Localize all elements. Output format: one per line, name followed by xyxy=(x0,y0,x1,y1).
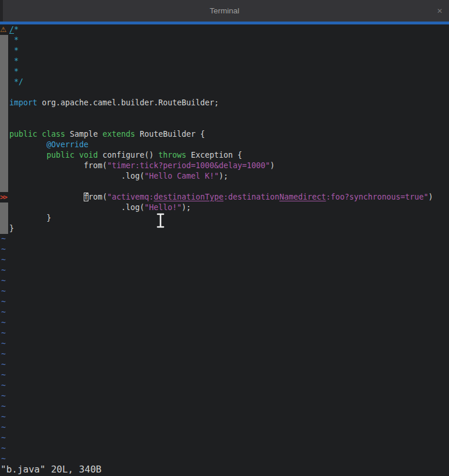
empty-buffer-tilde: ~ xyxy=(0,307,449,318)
sign-column xyxy=(0,150,8,161)
code-token: org.apache.camel.builder.RouteBuilder; xyxy=(37,98,219,107)
code-text: .log("Hello!"); xyxy=(8,203,191,213)
code-token: * xyxy=(9,35,19,44)
close-icon[interactable]: ✕ xyxy=(437,8,443,15)
code-text xyxy=(8,119,9,129)
code-line: * xyxy=(0,45,449,56)
vim-cursor: f xyxy=(84,193,88,201)
code-token: * xyxy=(9,56,19,65)
sign-column xyxy=(0,87,8,98)
code-token xyxy=(9,140,47,149)
code-line xyxy=(0,87,449,98)
code-token: destinationType xyxy=(154,193,223,201)
code-token: configure() xyxy=(98,151,158,159)
empty-buffer-tilde: ~ xyxy=(0,433,449,443)
code-line: * xyxy=(0,35,449,45)
code-text: public void configure() throws Exception… xyxy=(8,150,242,161)
code-text xyxy=(8,108,9,119)
code-line: } xyxy=(0,213,449,223)
code-token: @Override xyxy=(47,140,88,149)
code-line: from("timer:tick?period=1000&delay=1000"… xyxy=(0,161,449,171)
empty-buffer-tilde: ~ xyxy=(0,402,449,412)
code-line xyxy=(0,182,449,192)
sign-column xyxy=(0,171,8,182)
sign-column xyxy=(0,213,8,223)
code-token: } xyxy=(9,214,51,222)
code-line: .log("Hello Camel K!"); xyxy=(0,171,449,182)
empty-buffer-tilde: ~ xyxy=(0,360,449,370)
code-text: public class Sample extends RouteBuilder… xyxy=(8,129,205,140)
empty-buffer-tilde: ~ xyxy=(0,328,449,339)
code-token xyxy=(9,193,84,201)
code-token: / xyxy=(9,25,14,34)
code-token: "Hello!" xyxy=(144,203,181,212)
code-text: * xyxy=(8,35,19,45)
code-token: Exception { xyxy=(186,151,242,159)
code-text: * xyxy=(8,45,19,56)
window-title: Terminal xyxy=(209,6,239,15)
code-text: } xyxy=(8,213,51,223)
empty-buffer-tilde: ~ xyxy=(0,370,449,381)
code-text xyxy=(8,182,9,192)
code-token: class xyxy=(42,130,65,138)
empty-buffer-tilde: ~ xyxy=(0,244,449,255)
code-text xyxy=(8,87,9,98)
code-line: import org.apache.camel.builder.RouteBui… xyxy=(0,98,449,108)
code-line: * xyxy=(0,66,449,77)
code-token: rom( xyxy=(88,193,107,201)
sign-column xyxy=(0,119,8,129)
code-token: from( xyxy=(9,161,107,170)
empty-buffer-tilde: ~ xyxy=(0,255,449,265)
code-token xyxy=(9,151,47,159)
code-line xyxy=(0,108,449,119)
code-line: } xyxy=(0,223,449,234)
code-text: } xyxy=(8,223,14,234)
empty-buffer-tilde: ~ xyxy=(0,422,449,433)
code-token: ); xyxy=(219,172,228,180)
code-token: .log( xyxy=(9,203,144,212)
empty-buffer-tilde: ~ xyxy=(0,234,449,244)
empty-buffer-tilde: ~ xyxy=(0,443,449,454)
code-token: throws xyxy=(158,151,186,159)
titlebar-left-notch xyxy=(0,0,3,22)
code-token: "timer:tick?period=1000&delay=1000" xyxy=(107,161,270,170)
sign-column xyxy=(0,66,8,77)
empty-buffer-tilde: ~ xyxy=(0,297,449,307)
code-token: ) xyxy=(429,193,433,201)
sign-column xyxy=(0,108,8,119)
empty-buffer-tilde: ~ xyxy=(0,265,449,276)
jump-sign-icon: >> xyxy=(0,192,8,203)
vim-status-line: "b.java" 20L, 340B xyxy=(0,464,101,475)
code-token: ); xyxy=(181,203,191,212)
code-text: .log("Hello Camel K!"); xyxy=(8,171,228,182)
code-line: * xyxy=(0,56,449,66)
code-line: .log("Hello!"); xyxy=(0,203,449,213)
code-token xyxy=(74,151,79,159)
code-text: * xyxy=(8,56,19,66)
code-line: */ xyxy=(0,77,449,87)
sign-column xyxy=(0,223,8,234)
code-token: RouteBuilder { xyxy=(135,130,205,138)
code-line xyxy=(0,119,449,129)
code-text: from("activemq:destinationType:destinati… xyxy=(8,192,433,203)
code-token: } xyxy=(9,224,14,233)
warning-sign-icon: ⚠ xyxy=(0,24,8,35)
empty-buffer-tilde: ~ xyxy=(0,412,449,422)
sign-column xyxy=(0,203,8,213)
code-token: Namedirect xyxy=(279,193,326,201)
window-titlebar[interactable]: Terminal ✕ xyxy=(0,0,449,22)
sign-column xyxy=(0,45,8,56)
code-token: */ xyxy=(9,77,23,86)
code-token: .log( xyxy=(9,172,144,180)
sign-column xyxy=(0,56,8,66)
code-token: void xyxy=(79,151,98,159)
sign-column xyxy=(0,161,8,171)
empty-buffer-tilde: ~ xyxy=(0,391,449,402)
code-token: Sample xyxy=(65,130,102,138)
code-token: public xyxy=(47,151,74,159)
sign-column xyxy=(0,77,8,87)
empty-buffer-tilde: ~ xyxy=(0,276,449,286)
sign-column xyxy=(0,35,8,45)
terminal-screen[interactable]: ⚠/* * * * * */import org.apache.camel.bu… xyxy=(0,24,449,476)
empty-buffer-tilde: ~ xyxy=(0,339,449,349)
